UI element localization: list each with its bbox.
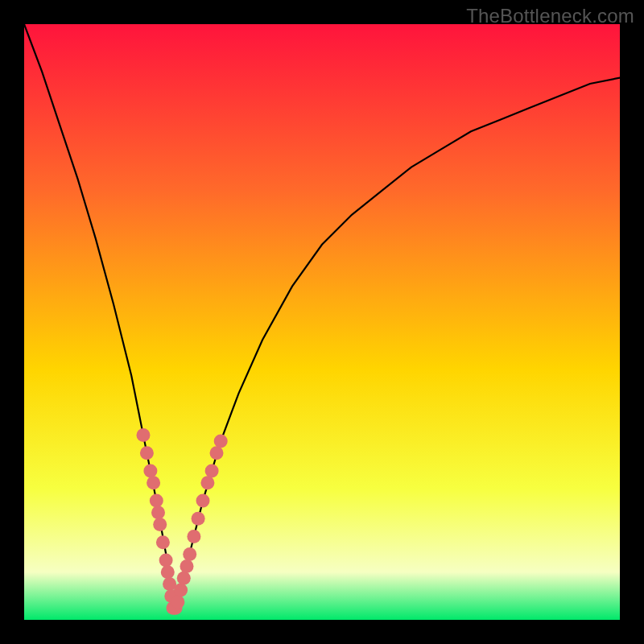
watermark-text: TheBottleneck.com (466, 5, 634, 27)
data-point (214, 435, 228, 448)
data-point (140, 446, 154, 460)
outer-frame: TheBottleneck.com (0, 0, 644, 644)
data-point (150, 494, 163, 508)
bottleneck-curve (24, 24, 620, 608)
chart-svg (24, 24, 620, 620)
data-point (192, 512, 205, 526)
datapoint-layer (137, 428, 228, 615)
data-point (210, 446, 224, 460)
data-point (156, 535, 170, 549)
data-point (153, 518, 167, 531)
data-point (137, 428, 151, 442)
data-point (174, 584, 188, 597)
data-point (200, 476, 214, 489)
data-point (177, 572, 191, 585)
data-point (196, 494, 210, 508)
data-point (143, 464, 157, 478)
data-point (187, 530, 200, 543)
data-point (183, 547, 196, 561)
data-point (147, 476, 160, 489)
data-point (205, 464, 219, 478)
data-point (171, 595, 184, 609)
data-point (161, 565, 175, 579)
data-point (180, 559, 194, 573)
plot-area (24, 24, 620, 620)
data-point (151, 506, 165, 519)
data-point (159, 554, 173, 568)
